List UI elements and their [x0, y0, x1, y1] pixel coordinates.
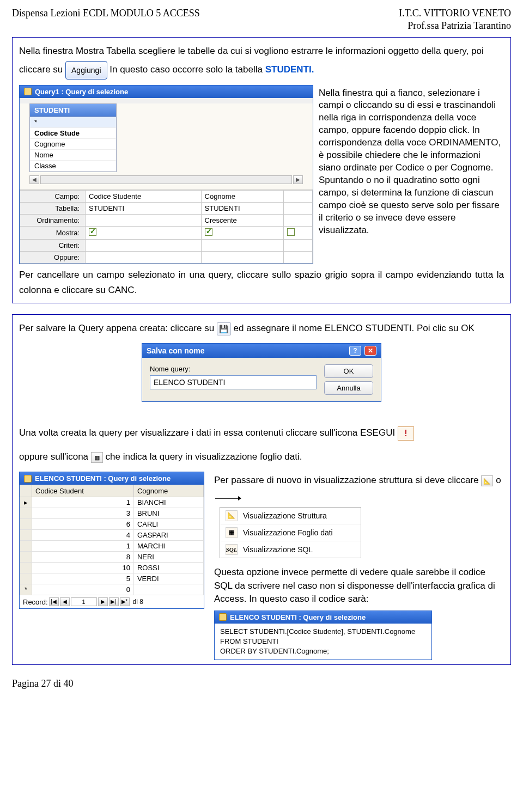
field-classe[interactable]: Classe	[30, 161, 116, 172]
nav-last-icon[interactable]: ▶|	[109, 597, 119, 606]
menu-item-sql[interactable]: SQL Visualizzazione SQL	[220, 541, 361, 558]
new-row-selector[interactable]: *	[20, 584, 32, 595]
grid-oppure-2[interactable]	[201, 251, 284, 263]
sql-title: ELENCO STUDENTI : Query di selezione	[230, 613, 366, 621]
save-icon[interactable]: 💾	[217, 322, 231, 335]
qbe-grid[interactable]: Campo: Codice Studente Cognome Tabella: …	[20, 190, 313, 264]
aggiungi-button[interactable]: Aggiungi	[65, 61, 107, 80]
table-box-studenti[interactable]: STUDENTI * Codice Stude Cognome Nome Cla…	[29, 103, 117, 172]
sql-body[interactable]: SELECT STUDENTI.[Codice Studente], STUDE…	[215, 624, 431, 660]
datasheet-view-icon[interactable]: ▦	[91, 452, 103, 463]
query-icon	[24, 88, 32, 95]
grid-criteri-2[interactable]	[201, 239, 284, 251]
cell[interactable]: 10	[32, 563, 134, 573]
cell[interactable]: GASPARI	[133, 530, 203, 541]
cell[interactable]: ROSSI	[133, 563, 203, 573]
row-selector[interactable]	[20, 530, 32, 541]
grid-criteri-1[interactable]	[86, 239, 202, 251]
exec-text-a: Una volta creata la query per visualizza…	[19, 428, 398, 438]
result-titlebar[interactable]: ELENCO STUDENTI : Query di selezione	[20, 472, 204, 485]
cell[interactable]: 5	[32, 573, 134, 584]
sql-explain-text: Questa opzione invece permette di vedere…	[214, 566, 504, 606]
nav-position-input[interactable]	[71, 597, 97, 606]
scroll-left-icon[interactable]: ◀	[29, 175, 39, 184]
cell[interactable]: CARLI	[133, 519, 203, 530]
cell[interactable]: BIANCHI	[133, 497, 203, 508]
row-selector[interactable]	[20, 541, 32, 552]
grid-campo-3[interactable]	[284, 190, 313, 202]
grid-criteri-3[interactable]	[284, 239, 313, 251]
field-nome[interactable]: Nome	[30, 150, 116, 161]
query-name-input[interactable]	[150, 375, 317, 389]
field-codice[interactable]: Codice Stude	[30, 128, 116, 139]
menu-item-datasheet[interactable]: ▦ Visualizzazione Foglio dati	[220, 524, 361, 541]
grid-tabella-3[interactable]	[284, 202, 313, 214]
sql-titlebar[interactable]: ELENCO STUDENTI : Query di selezione	[215, 611, 431, 624]
grid-mostra-2[interactable]	[201, 226, 284, 239]
view-menu[interactable]: 📐 Visualizzazione Struttura ▦ Visualizza…	[220, 507, 361, 558]
cell[interactable]: 1	[32, 541, 134, 552]
scroll-track[interactable]	[40, 175, 292, 184]
ok-button[interactable]: OK	[324, 364, 373, 378]
cell-new[interactable]	[133, 584, 203, 595]
lbl-campo: Campo:	[20, 190, 86, 202]
menu-item-design[interactable]: 📐 Visualizzazione Struttura	[220, 508, 361, 524]
cell[interactable]: 1	[32, 497, 134, 508]
checkbox-checked-icon[interactable]	[89, 228, 96, 236]
cell-new[interactable]: 0	[32, 584, 134, 595]
cancel-field-paragraph: Per cancellare un campo selezionato in u…	[19, 267, 504, 299]
cell[interactable]: 4	[32, 530, 134, 541]
cell[interactable]: BRUNI	[133, 508, 203, 519]
menu-label: Visualizzazione Struttura	[243, 511, 327, 520]
help-icon[interactable]: ?	[349, 346, 361, 356]
field-star[interactable]: *	[30, 117, 116, 128]
h-scrollbar-upper[interactable]: ◀ ▶	[20, 174, 313, 188]
grid-ord-3[interactable]	[284, 214, 313, 226]
design-view-icon[interactable]: 📐	[481, 475, 493, 486]
grid-oppure-3[interactable]	[284, 251, 313, 263]
cell[interactable]: 8	[32, 552, 134, 563]
table-field-list[interactable]: * Codice Stude Cognome Nome Classe	[30, 117, 116, 172]
col-cognome[interactable]: Cognome	[133, 485, 203, 497]
checkbox-checked-icon[interactable]	[205, 228, 212, 236]
row-selector[interactable]	[20, 519, 32, 530]
cell[interactable]: MARCHI	[133, 541, 203, 552]
r1-a: Per passare di nuovo in visualizzazione …	[214, 475, 481, 485]
grid-tabella-2[interactable]: STUDENTI	[201, 202, 284, 214]
cancel-button[interactable]: Annulla	[324, 381, 373, 395]
checkbox-empty-icon[interactable]	[287, 228, 295, 236]
row-selector[interactable]	[20, 563, 32, 573]
field-cognome[interactable]: Cognome	[30, 139, 116, 150]
grid-mostra-3[interactable]	[284, 226, 313, 239]
record-navigator[interactable]: Record: |◀ ◀ ▶ ▶| ▶* di 8	[20, 595, 204, 608]
result-table[interactable]: Codice Student Cognome ▸1BIANCHI 3BRUNI …	[20, 485, 204, 595]
grid-ord-2[interactable]: Crescente	[201, 214, 284, 226]
close-icon[interactable]: ✕	[364, 346, 376, 356]
grid-ord-1[interactable]	[86, 214, 202, 226]
box-save-query: Per salvare la Query appena creata: clic…	[12, 314, 511, 665]
nav-first-icon[interactable]: |◀	[49, 597, 59, 606]
cell[interactable]: 6	[32, 519, 134, 530]
saveas-titlebar[interactable]: Salva con nome ? ✕	[142, 344, 381, 358]
row-selector[interactable]	[20, 573, 32, 584]
nav-prev-icon[interactable]: ◀	[60, 597, 70, 606]
query-designer-titlebar[interactable]: Query1 : Query di selezione	[20, 86, 313, 98]
grid-oppure-1[interactable]	[86, 251, 202, 263]
row-selector[interactable]	[20, 508, 32, 519]
grid-campo-1[interactable]: Codice Studente	[86, 190, 202, 202]
nav-next-icon[interactable]: ▶	[98, 597, 108, 606]
scroll-right-icon[interactable]: ▶	[293, 175, 303, 184]
grid-tabella-1[interactable]: STUDENTI	[86, 202, 202, 214]
nav-new-icon[interactable]: ▶*	[120, 597, 130, 606]
row-selector[interactable]	[20, 552, 32, 563]
col-codice[interactable]: Codice Student	[32, 485, 134, 497]
grid-campo-2[interactable]: Cognome	[201, 190, 284, 202]
execute-icon[interactable]: !	[398, 426, 414, 441]
cell[interactable]: 3	[32, 508, 134, 519]
grid-mostra-1[interactable]	[86, 226, 202, 239]
cell[interactable]: VERDI	[133, 573, 203, 584]
cell[interactable]: NERI	[133, 552, 203, 563]
sql-view-icon: SQL	[226, 544, 238, 555]
row-selector[interactable]: ▸	[20, 497, 32, 508]
doc-header-left: Dispensa Lezioni ECDL MODULO 5 ACCESS	[12, 8, 200, 19]
